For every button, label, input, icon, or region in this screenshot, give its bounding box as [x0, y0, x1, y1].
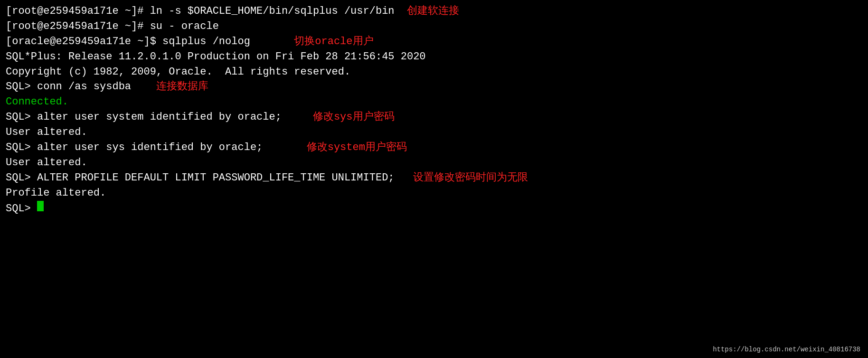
- terminal-text: 修改sys用户密码: [301, 110, 395, 125]
- terminal-line: [root@e259459a171e ~]# su - oracle: [6, 19, 862, 34]
- terminal-line: SQL> conn /as sysdba 连接数据库: [6, 79, 862, 94]
- terminal-line: SQL*Plus: Release 11.2.0.1.0 Production …: [6, 49, 862, 65]
- terminal-text: 连接数据库: [156, 79, 208, 94]
- terminal-line: Copyright (c) 1982, 2009, Oracle. All ri…: [6, 65, 862, 80]
- terminal-line: [oracle@e259459a171e ~]$ sqlplus /nolog …: [6, 34, 862, 49]
- terminal-text: SQL> conn /as sysdba: [6, 79, 156, 94]
- terminal-text: SQL*Plus: Release 11.2.0.1.0 Production …: [6, 49, 426, 65]
- terminal-text: Copyright (c) 1982, 2009, Oracle. All ri…: [6, 65, 350, 80]
- watermark: https://blog.csdn.net/weixin_40816738: [713, 345, 860, 354]
- terminal-line: SQL> alter user system identified by ora…: [6, 110, 862, 125]
- terminal-text: [root@e259459a171e ~]# ln -s $ORACLE_HOM…: [6, 4, 395, 19]
- terminal-line: [root@e259459a171e ~]# ln -s $ORACLE_HOM…: [6, 4, 862, 19]
- terminal-text: 修改system用户密码: [307, 140, 407, 155]
- terminal-text: Connected.: [6, 94, 68, 110]
- terminal-text: [oracle@e259459a171e ~]$ sqlplus /nolog: [6, 34, 250, 49]
- terminal-text: 切换oracle用户: [250, 34, 374, 49]
- terminal-line: SQL> ALTER PROFILE DEFAULT LIMIT PASSWOR…: [6, 170, 862, 186]
- terminal-text: User altered.: [6, 125, 87, 140]
- terminal-text: [root@e259459a171e ~]# su - oracle: [6, 19, 219, 34]
- terminal-text: SQL> alter user system identified by ora…: [6, 110, 301, 125]
- terminal-text: SQL> alter user sys identified by oracle…: [6, 140, 307, 155]
- terminal-line: User altered.: [6, 125, 862, 140]
- terminal-window: [root@e259459a171e ~]# ln -s $ORACLE_HOM…: [0, 0, 868, 358]
- terminal-cursor: [37, 201, 44, 211]
- terminal-line: SQL> alter user sys identified by oracle…: [6, 140, 862, 155]
- terminal-content: [root@e259459a171e ~]# ln -s $ORACLE_HOM…: [6, 4, 862, 216]
- terminal-line: Connected.: [6, 94, 862, 110]
- terminal-text: Profile altered.: [6, 186, 106, 201]
- terminal-text: User altered.: [6, 155, 87, 170]
- terminal-line: User altered.: [6, 155, 862, 170]
- terminal-text: SQL>: [6, 201, 37, 217]
- terminal-text: 设置修改密码时间为无限: [413, 170, 528, 186]
- terminal-text: 创建软连接: [395, 4, 459, 19]
- terminal-line: Profile altered.: [6, 186, 862, 201]
- terminal-line: SQL>: [6, 201, 862, 217]
- terminal-text: SQL> ALTER PROFILE DEFAULT LIMIT PASSWOR…: [6, 170, 413, 186]
